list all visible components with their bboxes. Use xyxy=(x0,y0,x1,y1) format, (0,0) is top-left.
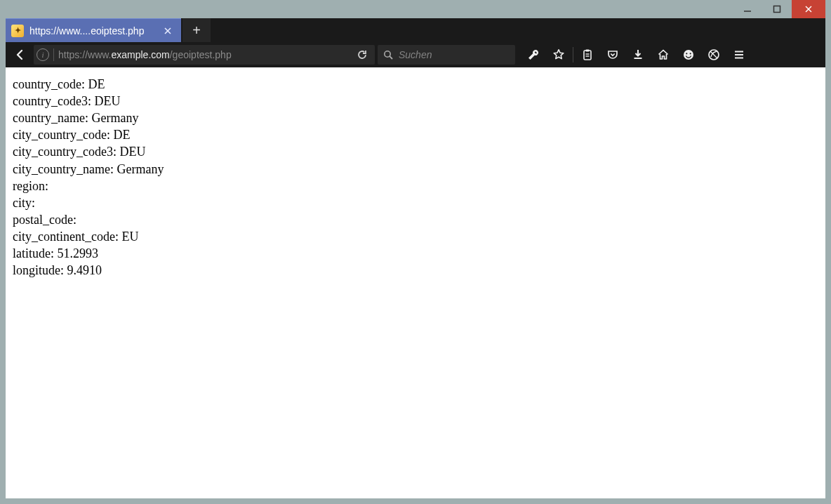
svg-rect-8 xyxy=(584,51,591,60)
urlbar-separator xyxy=(53,48,54,61)
output-line: city_country_code: DE xyxy=(13,126,818,143)
tab-close-icon[interactable] xyxy=(161,25,174,37)
output-line: region: xyxy=(13,178,818,194)
output-line: latitude: 51.2993 xyxy=(13,245,818,262)
output-line: city: xyxy=(13,194,818,211)
minimize-button[interactable] xyxy=(733,0,762,18)
window-titlebar xyxy=(6,0,825,18)
svg-rect-1 xyxy=(774,6,780,13)
tab-title: https://www....eoiptest.php xyxy=(29,25,156,37)
search-placeholder: Suchen xyxy=(399,49,432,60)
search-icon xyxy=(383,50,393,60)
noscript-icon[interactable] xyxy=(701,45,726,65)
pocket-icon[interactable] xyxy=(600,45,625,65)
smiley-icon[interactable] xyxy=(676,45,701,65)
menu-icon[interactable] xyxy=(726,45,752,65)
toolbar-separator xyxy=(573,47,573,62)
tab-strip: ✦ https://www....eoiptest.php + xyxy=(6,18,825,42)
devtools-icon[interactable] xyxy=(521,45,546,65)
back-button[interactable] xyxy=(10,45,31,65)
output-line: city_country_name: Germany xyxy=(13,161,818,178)
output-line: country_name: Germany xyxy=(13,110,818,126)
url-pre: https://www. xyxy=(58,49,111,60)
url-domain: example.com xyxy=(111,49,169,60)
svg-point-14 xyxy=(686,53,687,54)
page-content: country_code: DEcountry_code3: DEUcountr… xyxy=(6,67,825,498)
bookmark-star-icon[interactable] xyxy=(546,45,571,65)
svg-point-6 xyxy=(385,51,390,57)
downloads-icon[interactable] xyxy=(625,45,651,65)
tab-favicon-icon: ✦ xyxy=(11,25,24,37)
reload-button[interactable] xyxy=(352,45,372,65)
site-info-icon[interactable]: i xyxy=(36,48,49,61)
output-line: city_country_code3: DEU xyxy=(13,143,818,160)
output-line: city_continent_code: EU xyxy=(13,228,818,245)
url-text: https://www.example.com/geoiptest.php xyxy=(58,49,348,60)
svg-point-15 xyxy=(690,53,691,54)
output-line: country_code: DE xyxy=(13,76,818,93)
clipboard-icon[interactable] xyxy=(575,45,600,65)
url-post: /geoiptest.php xyxy=(170,49,232,60)
home-icon[interactable] xyxy=(651,45,676,65)
output-line: country_code3: DEU xyxy=(13,93,818,110)
maximize-button[interactable] xyxy=(762,0,792,18)
search-bar[interactable]: Suchen xyxy=(378,45,515,65)
output-line: postal_code: xyxy=(13,211,818,228)
svg-rect-9 xyxy=(586,50,590,52)
svg-line-7 xyxy=(390,56,392,59)
output-line: longitude: 9.4910 xyxy=(13,262,818,279)
nav-toolbar: i https://www.example.com/geoiptest.php … xyxy=(6,42,825,67)
close-button[interactable] xyxy=(792,0,825,18)
address-bar[interactable]: i https://www.example.com/geoiptest.php xyxy=(34,45,375,65)
tab-active[interactable]: ✦ https://www....eoiptest.php xyxy=(6,18,181,42)
new-tab-button[interactable]: + xyxy=(182,18,211,42)
browser-window: ✦ https://www....eoiptest.php + i https:… xyxy=(6,0,825,498)
toolbar-icons xyxy=(521,45,752,65)
